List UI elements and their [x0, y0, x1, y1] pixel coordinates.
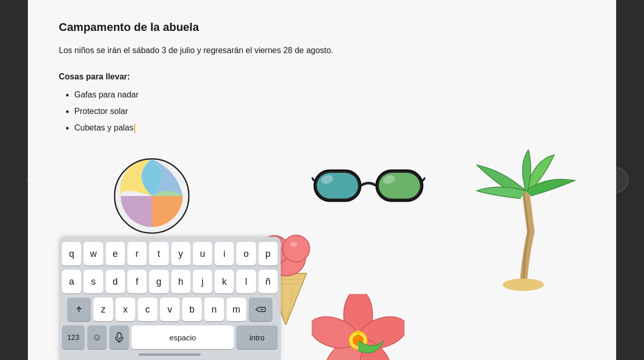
keyboard: q w e r t y u i o p a s d f g h j k [59, 237, 281, 360]
svg-line-9 [312, 178, 314, 181]
screen: Campamento de la abuela Los niños se irá… [28, 0, 616, 360]
keyboard-row-2: a s d f g h j k l ñ [62, 270, 278, 293]
key-o[interactable]: o [236, 242, 255, 266]
bullet-list: Gafas para nadar Protector solar Cubetas… [59, 87, 585, 136]
keyboard-row-3: z x c v b n m [62, 298, 278, 321]
key-f[interactable]: f [127, 270, 147, 293]
list-item: Protector solar [74, 103, 585, 120]
key-m[interactable]: m [227, 298, 246, 321]
key-a[interactable]: a [62, 270, 81, 293]
key-n[interactable]: n [204, 298, 224, 321]
keyboard-row-1: q w e r t y u i o p [62, 242, 278, 266]
key-x[interactable]: x [116, 298, 135, 321]
key-e[interactable]: e [106, 242, 125, 266]
svg-rect-32 [117, 333, 121, 339]
microphone-key[interactable] [109, 325, 129, 349]
key-y[interactable]: y [171, 242, 190, 266]
key-p[interactable]: p [259, 242, 278, 266]
key-q[interactable]: q [62, 242, 81, 266]
keyboard-bottom-row: 123 ☺ espacio intro [62, 325, 278, 349]
device-frame: Campamento de la abuela Los niños se irá… [0, 0, 644, 360]
key-s[interactable]: s [84, 270, 103, 293]
key-g[interactable]: g [149, 270, 168, 293]
delete-key[interactable] [249, 298, 272, 321]
section-heading: Cosas para llevar: [59, 72, 585, 81]
beach-ball-sticker [110, 155, 193, 237]
emoji-key[interactable]: ☺ [87, 325, 107, 349]
key-c[interactable]: c [138, 298, 157, 321]
list-item: Cubetas y palas [74, 120, 585, 136]
svg-rect-5 [317, 173, 358, 199]
text-cursor [134, 124, 135, 133]
key-n-tilde[interactable]: ñ [259, 270, 278, 293]
keyboard-indicator [62, 353, 278, 360]
numbers-key[interactable]: 123 [62, 325, 85, 349]
svg-point-11 [503, 279, 544, 291]
key-r[interactable]: r [127, 242, 147, 266]
key-v[interactable]: v [160, 298, 180, 321]
shift-key[interactable] [67, 298, 91, 321]
svg-point-21 [290, 242, 297, 247]
return-key[interactable]: intro [236, 325, 278, 349]
svg-point-29 [356, 331, 360, 335]
key-b[interactable]: b [182, 298, 202, 321]
key-d[interactable]: d [106, 270, 125, 293]
svg-point-19 [283, 235, 310, 262]
key-w[interactable]: w [84, 242, 103, 266]
key-j[interactable]: j [193, 270, 212, 293]
key-h[interactable]: h [171, 270, 190, 293]
sunglasses-sticker [312, 160, 425, 211]
key-u[interactable]: u [193, 242, 212, 266]
list-item: Gafas para nadar [74, 87, 585, 103]
key-t[interactable]: t [149, 242, 168, 266]
svg-line-10 [423, 178, 425, 181]
space-key[interactable]: espacio [132, 325, 234, 349]
key-k[interactable]: k [215, 270, 234, 293]
document-subtitle: Los niños se irán el sábado 3 de julio y… [59, 44, 585, 57]
hibiscus-sticker [312, 294, 405, 360]
svg-rect-6 [379, 173, 420, 199]
key-l[interactable]: l [236, 270, 255, 293]
key-i[interactable]: i [215, 242, 234, 266]
palm-tree-sticker [461, 150, 595, 294]
key-z[interactable]: z [93, 298, 113, 321]
document-title: Campamento de la abuela [59, 21, 585, 34]
indicator-bar [139, 353, 201, 356]
